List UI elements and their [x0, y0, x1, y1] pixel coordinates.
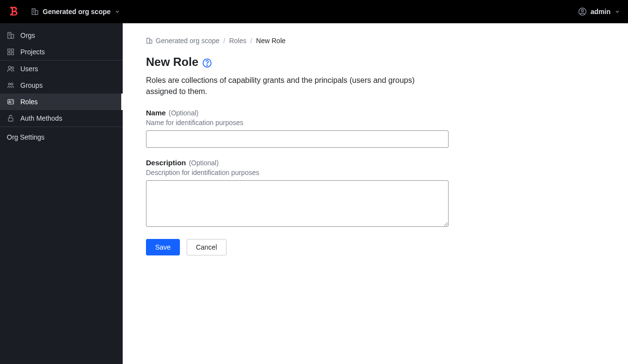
sidebar-item-label: Projects	[20, 48, 45, 56]
page-title: New Role	[146, 55, 605, 69]
sidebar-item-projects[interactable]: Projects	[0, 44, 123, 60]
org-icon	[146, 37, 153, 44]
sidebar-item-groups[interactable]: Groups	[0, 77, 123, 94]
svg-rect-1	[35, 11, 38, 15]
cancel-button[interactable]: Cancel	[187, 239, 226, 255]
users-icon	[7, 65, 15, 73]
sidebar-item-label: Org Settings	[7, 133, 45, 141]
sidebar-item-label: Orgs	[20, 32, 35, 39]
svg-rect-14	[11, 52, 14, 55]
svg-rect-12	[11, 49, 14, 51]
breadcrumb-separator: /	[224, 37, 225, 45]
sidebar-item-label: Users	[20, 65, 38, 73]
button-row: Save Cancel	[146, 239, 605, 255]
user-menu[interactable]: admin	[578, 7, 620, 16]
breadcrumb-current: New Role	[256, 37, 286, 45]
breadcrumb-roles[interactable]: Roles	[229, 37, 246, 45]
user-circle-icon	[578, 7, 587, 16]
app-logo[interactable]	[8, 6, 19, 17]
form-group-name: Name (Optional) Name for identification …	[146, 109, 449, 148]
svg-point-18	[11, 83, 13, 85]
svg-rect-13	[8, 52, 10, 55]
sidebar-item-org-settings[interactable]: Org Settings	[0, 127, 123, 147]
breadcrumb-scope[interactable]: Generated org scope	[146, 37, 220, 45]
sidebar-item-roles[interactable]: Roles	[0, 94, 123, 110]
sidebar: Orgs Projects Users Groups	[0, 23, 123, 364]
svg-point-15	[8, 66, 11, 69]
description-textarea[interactable]	[146, 180, 449, 227]
sidebar-item-label: Roles	[20, 98, 38, 106]
org-icon	[31, 8, 39, 16]
main-content: Generated org scope / Roles / New Role N…	[123, 23, 628, 364]
name-input[interactable]	[146, 130, 449, 148]
svg-point-17	[8, 83, 10, 85]
svg-point-6	[581, 10, 584, 12]
sidebar-item-auth-methods[interactable]: Auth Methods	[0, 110, 123, 127]
svg-rect-11	[8, 49, 10, 51]
svg-rect-8	[11, 34, 14, 38]
lock-icon	[7, 114, 15, 122]
sidebar-item-orgs[interactable]: Orgs	[0, 27, 123, 44]
breadcrumb: Generated org scope / Roles / New Role	[146, 37, 605, 45]
breadcrumb-separator: /	[250, 37, 252, 45]
id-card-icon	[7, 98, 15, 106]
sidebar-item-users[interactable]: Users	[0, 61, 123, 77]
svg-rect-23	[8, 118, 13, 121]
svg-rect-24	[147, 38, 150, 44]
svg-point-20	[9, 101, 11, 102]
name-help: Name for identification purposes	[146, 119, 449, 127]
topbar: Generated org scope admin	[0, 0, 628, 23]
grid-icon	[7, 48, 15, 56]
description-label: Description	[146, 158, 186, 167]
chevron-down-icon	[614, 9, 620, 15]
sidebar-item-label: Groups	[20, 81, 43, 89]
name-optional: (Optional)	[169, 109, 198, 117]
save-button[interactable]: Save	[146, 239, 180, 255]
groups-icon	[7, 81, 15, 89]
name-label: Name	[146, 109, 166, 117]
svg-rect-25	[150, 40, 152, 43]
sidebar-item-label: Auth Methods	[20, 114, 62, 122]
org-icon	[7, 32, 15, 39]
svg-point-16	[12, 67, 14, 69]
help-icon[interactable]	[202, 57, 212, 67]
svg-point-27	[207, 65, 207, 65]
scope-switcher[interactable]: Generated org scope	[31, 8, 120, 16]
page-description: Roles are collections of capability gran…	[146, 75, 447, 97]
user-label: admin	[591, 8, 611, 16]
svg-rect-19	[8, 99, 14, 104]
description-optional: (Optional)	[189, 159, 218, 167]
form-group-description: Description (Optional) Description for i…	[146, 158, 449, 228]
scope-label: Generated org scope	[43, 8, 111, 16]
description-help: Description for identification purposes	[146, 169, 449, 176]
chevron-down-icon	[114, 9, 120, 15]
